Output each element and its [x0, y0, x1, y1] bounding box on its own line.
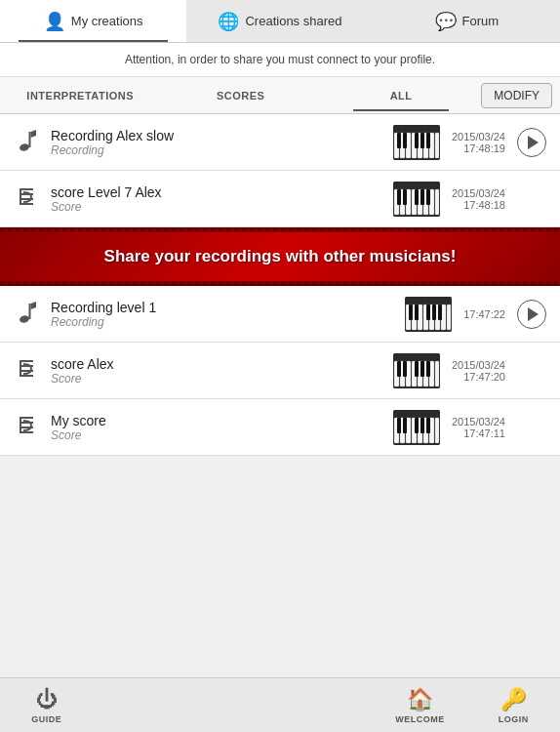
svg-rect-10	[435, 133, 439, 158]
item-title: score Level 7 Alex	[51, 184, 381, 200]
footer-welcome-label: WELCOME	[395, 714, 445, 724]
item-text: score Level 7 Alex Score	[51, 184, 381, 214]
svg-rect-69	[426, 361, 430, 377]
item-title: Recording level 1	[51, 300, 393, 315]
list-item: score Level 7 Alex Score 2015/03/2417:48…	[0, 171, 560, 227]
item-title: score Alex	[51, 356, 381, 372]
tab-forum-label: Forum	[462, 14, 500, 28]
note-icon	[14, 300, 41, 328]
svg-rect-88	[426, 418, 430, 433]
tab-my-creations[interactable]: 👤 My creations	[0, 0, 186, 42]
list-item: score Alex Score 2015/03/2417:47:20	[0, 343, 560, 399]
item-date: 2015/03/2417:47:11	[452, 416, 505, 439]
modify-button[interactable]: MODIFY	[481, 83, 552, 108]
svg-rect-36	[29, 304, 31, 319]
svg-rect-1	[29, 132, 31, 147]
svg-rect-20	[20, 188, 21, 205]
svg-rect-33	[420, 189, 424, 205]
item-thumbnail	[393, 353, 440, 388]
svg-rect-87	[420, 418, 424, 433]
play-button[interactable]	[517, 128, 546, 157]
tab-creations-shared-label: Creations shared	[245, 14, 341, 28]
home-icon: 🏠	[407, 687, 433, 712]
sub-tab-scores-label: SCORES	[217, 90, 264, 102]
list-item: Recording level 1 Recording 17:47:22	[0, 286, 560, 343]
tab-my-creations-label: My creations	[71, 14, 143, 28]
chat-icon: 💬	[435, 11, 457, 32]
svg-rect-83	[435, 418, 439, 443]
list-area-bottom: Recording level 1 Recording 17:47:22	[0, 286, 560, 456]
play-button[interactable]	[517, 300, 546, 329]
power-icon: ⏻	[36, 687, 58, 712]
svg-rect-67	[415, 361, 419, 377]
item-date: 17:47:22	[463, 308, 505, 320]
sub-tab-all[interactable]: ALL	[321, 80, 481, 111]
svg-rect-19	[20, 203, 33, 205]
item-text: Recording level 1 Recording	[51, 300, 393, 329]
svg-rect-66	[403, 361, 407, 377]
svg-rect-48	[426, 305, 430, 320]
globe-icon: 🌐	[218, 11, 239, 32]
footer-login-label: LOGIN	[499, 714, 529, 724]
score-icon	[14, 184, 41, 213]
svg-rect-31	[403, 189, 407, 205]
item-thumbnail	[393, 182, 440, 217]
svg-rect-14	[420, 133, 424, 148]
key-icon: 🔑	[500, 687, 527, 712]
footer-guide[interactable]: ⏻ GUIDE	[0, 687, 94, 724]
svg-rect-11	[397, 133, 401, 148]
score-icon	[14, 356, 41, 385]
tab-creations-shared[interactable]: 🌐 Creations shared	[186, 0, 373, 42]
svg-rect-85	[403, 418, 407, 433]
item-title: My score	[51, 413, 381, 428]
svg-rect-74	[20, 417, 21, 433]
list-item: Recording Alex slow Recording 2015/03/24…	[0, 114, 560, 171]
svg-rect-13	[415, 133, 419, 148]
promo-banner: Share your recordings with other musicia…	[0, 227, 560, 286]
svg-rect-45	[447, 305, 451, 330]
item-text: Recording Alex slow Recording	[51, 128, 381, 157]
item-subtitle: Score	[51, 372, 381, 386]
footer-login[interactable]: 🔑 LOGIN	[466, 687, 560, 724]
svg-rect-47	[415, 305, 419, 320]
svg-rect-50	[438, 305, 442, 320]
header-tabs: 👤 My creations 🌐 Creations shared 💬 Foru…	[0, 0, 560, 43]
tab-forum[interactable]: 💬 Forum	[374, 0, 560, 42]
sub-tab-interpretations-label: INTERPRETATIONS	[26, 90, 134, 102]
svg-rect-70	[20, 417, 33, 419]
footer-welcome[interactable]: 🏠 WELCOME	[374, 687, 467, 724]
svg-rect-29	[435, 189, 439, 215]
item-thumbnail	[405, 297, 452, 332]
footer-guide-label: GUIDE	[31, 714, 61, 724]
item-thumbnail	[393, 125, 440, 160]
svg-rect-46	[409, 305, 413, 320]
svg-rect-55	[20, 360, 21, 377]
svg-rect-32	[415, 189, 419, 205]
svg-rect-54	[20, 375, 33, 377]
item-subtitle: Score	[51, 200, 381, 214]
sub-tab-all-label: ALL	[390, 90, 413, 102]
svg-rect-86	[415, 418, 419, 433]
svg-rect-65	[397, 361, 401, 377]
svg-rect-84	[397, 418, 401, 433]
user-icon: 👤	[44, 11, 65, 32]
svg-rect-12	[403, 133, 407, 148]
item-text: score Alex Score	[51, 356, 381, 386]
score-icon	[14, 413, 41, 441]
item-date: 2015/03/2417:48:19	[452, 131, 505, 154]
attention-banner: Attention, in order to share you must co…	[0, 43, 560, 77]
list-area-top: Recording Alex slow Recording 2015/03/24…	[0, 114, 560, 227]
svg-point-35	[19, 314, 29, 323]
item-subtitle: Recording	[51, 315, 393, 329]
svg-rect-51	[20, 360, 33, 362]
svg-rect-64	[435, 361, 439, 386]
note-icon	[14, 128, 41, 156]
sub-tabs: INTERPRETATIONS SCORES ALL MODIFY	[0, 77, 560, 114]
sub-tab-scores[interactable]: SCORES	[160, 80, 320, 111]
svg-rect-15	[426, 133, 430, 148]
sub-tab-interpretations[interactable]: INTERPRETATIONS	[0, 80, 160, 111]
item-date: 2015/03/2417:47:20	[452, 359, 505, 383]
svg-point-0	[19, 142, 29, 151]
item-subtitle: Score	[51, 428, 381, 442]
item-title: Recording Alex slow	[51, 128, 381, 143]
